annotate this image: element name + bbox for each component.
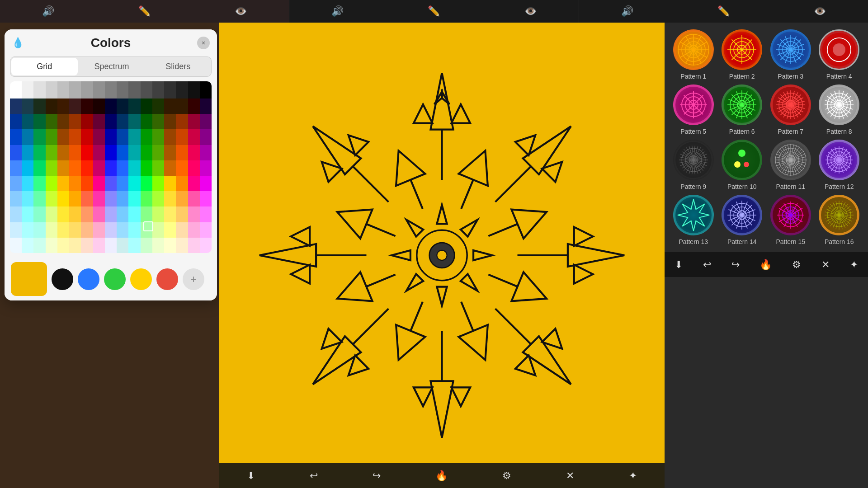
grayscale-cell[interactable] — [22, 81, 33, 99]
color-cell[interactable] — [200, 206, 212, 222]
color-cell[interactable] — [93, 191, 105, 206]
color-cell[interactable] — [128, 238, 140, 253]
color-cell[interactable] — [22, 206, 33, 222]
color-cell[interactable] — [10, 222, 22, 238]
color-cell[interactable] — [33, 145, 45, 160]
color-cell[interactable] — [57, 114, 69, 129]
color-cell[interactable] — [105, 222, 117, 238]
close-icon-canvas[interactable]: ✕ — [566, 470, 574, 482]
color-cell[interactable] — [10, 160, 22, 176]
color-cell[interactable] — [46, 176, 57, 191]
color-cell[interactable] — [200, 129, 212, 145]
pattern-item-14[interactable]: Pattern 14 — [720, 195, 764, 245]
color-cell[interactable] — [22, 145, 33, 160]
color-cell[interactable] — [46, 191, 57, 206]
color-cell[interactable] — [128, 114, 140, 129]
color-cell[interactable] — [128, 222, 140, 238]
color-cell[interactable] — [93, 145, 105, 160]
color-cell[interactable] — [22, 238, 33, 253]
color-cell[interactable] — [164, 114, 176, 129]
pattern-item-12[interactable]: Pattern 12 — [817, 140, 862, 190]
color-cell[interactable] — [93, 176, 105, 191]
color-cell[interactable] — [33, 238, 45, 253]
color-cell[interactable] — [152, 222, 164, 238]
color-cell[interactable] — [176, 160, 188, 176]
color-cell[interactable] — [164, 160, 176, 176]
sparkle-icon-canvas[interactable]: ✦ — [629, 470, 637, 482]
color-cell[interactable] — [22, 160, 33, 176]
color-cell[interactable] — [105, 114, 117, 129]
color-cell[interactable] — [188, 114, 200, 129]
color-cell[interactable] — [81, 222, 93, 238]
color-cell[interactable] — [69, 145, 81, 160]
color-cell[interactable] — [33, 176, 45, 191]
color-cell[interactable] — [57, 145, 69, 160]
color-cell[interactable] — [10, 206, 22, 222]
grayscale-cell[interactable] — [69, 81, 81, 99]
grayscale-cell[interactable] — [105, 81, 117, 99]
color-cell[interactable] — [117, 206, 128, 222]
grayscale-cell[interactable] — [10, 81, 22, 99]
color-cell[interactable] — [33, 206, 45, 222]
color-cell[interactable] — [93, 114, 105, 129]
color-cell[interactable] — [105, 191, 117, 206]
color-cell[interactable] — [176, 114, 188, 129]
color-cell[interactable] — [152, 238, 164, 253]
color-cell[interactable] — [69, 129, 81, 145]
color-cell[interactable] — [81, 176, 93, 191]
color-cell[interactable] — [81, 191, 93, 206]
color-cell[interactable] — [200, 160, 212, 176]
pattern-item-8[interactable]: Pattern 8 — [817, 84, 862, 135]
color-cell[interactable] — [188, 129, 200, 145]
color-cell[interactable] — [128, 176, 140, 191]
color-cell[interactable] — [141, 99, 152, 114]
color-cell[interactable] — [176, 238, 188, 253]
color-cell[interactable] — [128, 99, 140, 114]
canvas-area[interactable]: ⬇ ↩ ↪ 🔥 ⚙ ✕ ✦ — [219, 23, 665, 488]
color-cell[interactable] — [105, 206, 117, 222]
grayscale-cell[interactable] — [141, 81, 152, 99]
color-cell[interactable] — [164, 206, 176, 222]
color-cell[interactable] — [128, 191, 140, 206]
color-cell[interactable] — [46, 129, 57, 145]
color-cell[interactable] — [200, 238, 212, 253]
download-icon-right[interactable]: ⬇ — [675, 259, 683, 271]
color-cell[interactable] — [117, 222, 128, 238]
color-cell[interactable] — [141, 145, 152, 160]
color-cell[interactable] — [188, 99, 200, 114]
color-cell[interactable] — [128, 129, 140, 145]
color-cell[interactable] — [33, 99, 45, 114]
fire-icon-right[interactable]: 🔥 — [760, 259, 772, 271]
pattern-item-11[interactable]: Pattern 11 — [769, 140, 813, 190]
color-cell[interactable] — [141, 176, 152, 191]
color-cell[interactable] — [200, 191, 212, 206]
pattern-item-7[interactable]: Pattern 7 — [769, 84, 813, 135]
fire-icon-canvas[interactable]: 🔥 — [435, 470, 448, 482]
color-cell[interactable] — [176, 206, 188, 222]
selected-swatch[interactable] — [11, 262, 47, 296]
color-cell[interactable] — [10, 99, 22, 114]
tab-spectrum[interactable]: Spectrum — [79, 57, 145, 76]
color-cell[interactable] — [176, 129, 188, 145]
color-cell[interactable] — [117, 129, 128, 145]
color-cell[interactable] — [128, 145, 140, 160]
color-cell[interactable] — [57, 238, 69, 253]
color-cell[interactable] — [46, 238, 57, 253]
color-cell[interactable] — [152, 206, 164, 222]
swatch-yellow[interactable] — [130, 268, 152, 290]
color-cell[interactable] — [46, 99, 57, 114]
color-cell[interactable] — [81, 206, 93, 222]
grayscale-cell[interactable] — [152, 81, 164, 99]
color-cell[interactable] — [22, 191, 33, 206]
color-cell[interactable] — [81, 129, 93, 145]
undo-icon-right[interactable]: ↩ — [703, 259, 711, 271]
color-cell[interactable] — [188, 145, 200, 160]
color-cell[interactable] — [141, 114, 152, 129]
color-cell[interactable] — [188, 206, 200, 222]
color-cell[interactable] — [188, 160, 200, 176]
color-cell[interactable] — [176, 176, 188, 191]
color-cell[interactable] — [141, 129, 152, 145]
color-cell[interactable] — [117, 238, 128, 253]
color-cell[interactable] — [46, 222, 57, 238]
grayscale-cell[interactable] — [176, 81, 188, 99]
